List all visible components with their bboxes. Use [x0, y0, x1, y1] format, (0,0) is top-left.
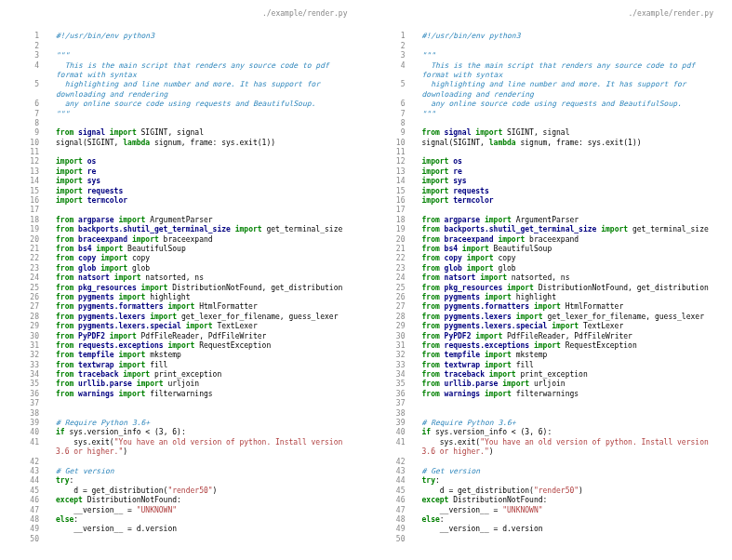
code-content: signal(SIGINT, lambda signum, frame: sys… — [422, 139, 722, 148]
line-number: 9 — [11, 128, 56, 138]
code-line: 24from natsort import natsorted, ns — [11, 273, 355, 283]
code-content: from argparse import ArgumentParser — [56, 216, 355, 225]
code-listing: 1#!/usr/bin/env python32 3"""4 This is t… — [378, 32, 722, 544]
code-line: 4 This is the main script that renders a… — [11, 61, 355, 81]
line-number: 13 — [11, 167, 56, 177]
line-number: 45 — [11, 487, 56, 496]
line-number: 3 — [11, 51, 56, 60]
line-number: 11 — [378, 148, 422, 157]
code-line: 41 sys.exit("You have an old version of … — [11, 438, 355, 458]
line-number: 49 — [11, 525, 56, 534]
line-number: 32 — [378, 351, 422, 360]
code-line: 45 d = get_distribution("render50") — [378, 487, 722, 496]
line-number: 14 — [11, 177, 56, 186]
line-number: 46 — [11, 496, 56, 505]
code-line: 9from signal import SIGINT, signal — [378, 128, 722, 138]
code-line: 39# Require Python 3.6+ — [378, 419, 722, 428]
line-number: 41 — [11, 438, 56, 458]
code-line: 6 any online source code using requests … — [11, 100, 355, 109]
code-content: __version__ = "UNKNOWN" — [422, 506, 722, 515]
code-content: from urllib.parse import urljoin — [56, 380, 355, 389]
code-line: 35from urllib.parse import urljoin — [11, 380, 355, 389]
code-content: from pygments.lexers.special import Text… — [56, 322, 355, 331]
code-line: 23from glob import glob — [11, 264, 355, 273]
code-content: from warnings import filterwarnings — [56, 390, 355, 399]
code-line: 17 — [378, 206, 722, 215]
code-line: 34from traceback import print_exception — [11, 370, 355, 380]
code-line: 8 — [11, 119, 355, 128]
line-number: 6 — [11, 100, 56, 109]
code-content: #!/usr/bin/env python3 — [56, 32, 355, 41]
code-line: 33from textwrap import fill — [11, 361, 355, 370]
code-line: 33from textwrap import fill — [378, 361, 722, 370]
line-number: 29 — [378, 322, 422, 331]
code-content: from backports.shutil_get_terminal_size … — [56, 225, 355, 234]
code-content: """ — [422, 110, 722, 119]
code-line: 31from requests.exceptions import Reques… — [11, 341, 355, 351]
line-number: 46 — [378, 496, 422, 505]
code-content: from copy import copy — [56, 254, 355, 263]
code-content: from backports.shutil_get_terminal_size … — [422, 225, 722, 234]
code-content — [422, 119, 722, 128]
code-line: 17 — [11, 206, 355, 215]
line-number: 39 — [11, 419, 56, 428]
line-number: 17 — [11, 206, 56, 215]
code-line: 41 sys.exit("You have an old version of … — [378, 438, 722, 458]
code-content — [422, 409, 722, 419]
code-content — [56, 206, 355, 215]
line-number: 2 — [378, 42, 422, 51]
line-number: 50 — [11, 535, 56, 544]
code-line: 22from copy import copy — [11, 254, 355, 263]
line-number: 42 — [11, 458, 56, 467]
code-line: 7""" — [11, 110, 355, 119]
code-line: 11 — [378, 148, 722, 157]
code-content: from copy import copy — [422, 254, 722, 263]
code-content — [422, 148, 722, 157]
code-content: from argparse import ArgumentParser — [422, 216, 722, 225]
code-line: 43# Get version — [378, 467, 722, 476]
code-content: from urllib.parse import urljoin — [422, 380, 722, 389]
code-line: 44try: — [11, 476, 355, 486]
code-content: This is the main script that renders any… — [422, 61, 722, 81]
code-line: 42 — [378, 458, 722, 467]
line-number: 36 — [11, 390, 56, 399]
code-line: 45 d = get_distribution("render50") — [11, 487, 355, 496]
code-content: import termcolor — [422, 196, 722, 206]
line-number: 5 — [378, 80, 422, 100]
line-number: 35 — [11, 380, 56, 389]
code-content — [56, 458, 355, 467]
code-line: 35from urllib.parse import urljoin — [378, 380, 722, 389]
code-line: 46except DistributionNotFound: — [11, 496, 355, 505]
code-line: 36from warnings import filterwarnings — [378, 390, 722, 399]
line-number: 1 — [11, 32, 56, 41]
code-line: 30from PyPDF2 import PdfFileReader, PdfF… — [378, 332, 722, 341]
code-line: 28from pygments.lexers import get_lexer_… — [378, 313, 722, 322]
code-content: signal(SIGINT, lambda signum, frame: sys… — [56, 139, 355, 148]
code-line: 27from pygments.formatters import HtmlFo… — [378, 302, 722, 312]
code-content — [56, 148, 355, 157]
line-number: 30 — [378, 332, 422, 341]
code-content: from pygments.lexers import get_lexer_fo… — [422, 313, 722, 322]
code-content — [422, 206, 722, 215]
code-line: 26from pygments import highlight — [11, 293, 355, 302]
code-line: 13import re — [11, 167, 355, 177]
code-line: 19from backports.shutil_get_terminal_siz… — [378, 225, 722, 234]
code-line: 16import termcolor — [378, 196, 722, 206]
code-line: 27from pygments.formatters import HtmlFo… — [11, 302, 355, 312]
code-content: from traceback import print_exception — [56, 370, 355, 380]
line-number: 11 — [11, 148, 56, 157]
code-line: 48else: — [11, 515, 355, 525]
code-line: 14import sys — [378, 177, 722, 186]
code-content: This is the main script that renders any… — [56, 61, 355, 81]
line-number: 24 — [378, 273, 422, 283]
code-content: __version__ = "UNKNOWN" — [56, 506, 355, 515]
code-content: from natsort import natsorted, ns — [56, 273, 355, 283]
line-number: 47 — [378, 506, 422, 515]
line-number: 27 — [11, 302, 56, 312]
code-line: 32from tempfile import mkstemp — [378, 351, 722, 360]
code-content: from signal import SIGINT, signal — [422, 128, 722, 138]
line-number: 38 — [378, 409, 422, 419]
code-content — [422, 399, 722, 408]
line-number: 43 — [378, 467, 422, 476]
line-number: 31 — [11, 341, 56, 351]
